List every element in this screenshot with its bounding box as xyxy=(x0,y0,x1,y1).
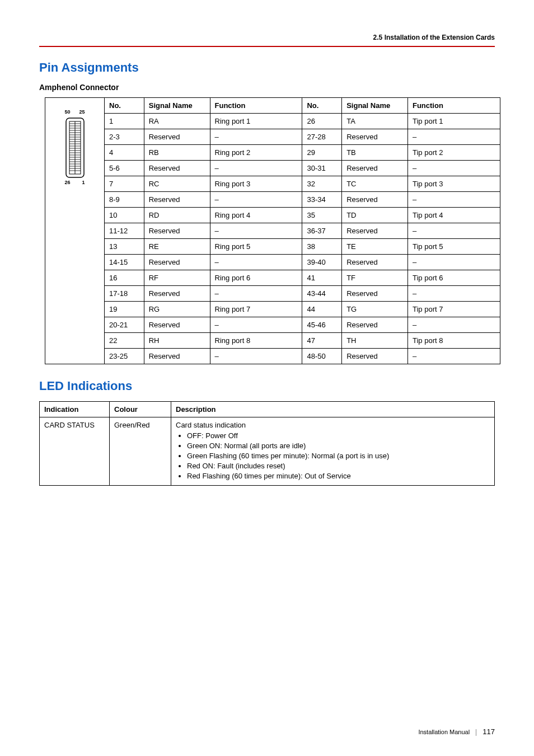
table-row: 23-25Reserved–48-50Reserved– xyxy=(45,349,500,364)
led-desc-intro: Card status indication xyxy=(176,421,246,429)
pin-header-no-1: No. xyxy=(105,98,144,114)
connector-label-bottom-right: 1 xyxy=(82,180,85,185)
list-item: Red Flashing (60 times per minute): Out … xyxy=(187,472,490,480)
footer-label: Installation Manual xyxy=(418,729,470,735)
led-indications-table: Indication Colour Description CARD STATU… xyxy=(39,401,495,486)
table-row: CARD STATUS Green/Red Card status indica… xyxy=(40,417,495,486)
table-row: 22RHRing port 847THTip port 8 xyxy=(45,333,500,349)
table-row: 2-3Reserved–27-28Reserved– xyxy=(45,129,500,145)
table-row: 14-15Reserved–39-40Reserved– xyxy=(45,255,500,270)
page-footer: Installation Manual 117 xyxy=(418,727,495,736)
connector-label-bottom-left: 26 xyxy=(65,180,71,185)
connector-label-top-right: 25 xyxy=(79,109,85,115)
led-colour-value: Green/Red xyxy=(110,417,171,486)
pin-header-no-2: No. xyxy=(302,98,342,114)
table-row: 13RERing port 538TETip port 5 xyxy=(45,239,500,255)
footer-page-number: 117 xyxy=(483,727,495,736)
table-row: 20-21Reserved–45-46Reserved– xyxy=(45,317,500,333)
amphenol-connector-icon xyxy=(65,117,85,179)
led-description-cell: Card status indication OFF: Power Off Gr… xyxy=(171,417,495,486)
table-row: 7RCRing port 332TCTip port 3 xyxy=(45,176,500,192)
footer-separator xyxy=(476,729,476,736)
header-rule xyxy=(39,46,495,47)
led-header-indication: Indication xyxy=(40,402,110,417)
list-item: Green Flashing (60 times per minute): No… xyxy=(187,452,490,460)
pin-header-signal-2: Signal Name xyxy=(342,98,408,114)
pin-header-signal-1: Signal Name xyxy=(144,98,210,114)
list-item: OFF: Power Off xyxy=(187,431,490,440)
pin-assignments-table: 50 25 xyxy=(45,97,500,364)
table-row: 19RGRing port 744TGTip port 7 xyxy=(45,302,500,317)
table-row: 16RFRing port 641TFTip port 6 xyxy=(45,270,500,286)
list-item: Red ON: Fault (includes reset) xyxy=(187,462,490,470)
table-row: 10RDRing port 435TDTip port 4 xyxy=(45,208,500,223)
table-row: 5-6Reserved–30-31Reserved– xyxy=(45,161,500,176)
connector-diagram-cell: 50 25 xyxy=(45,98,105,364)
pin-header-function-1: Function xyxy=(210,98,302,114)
list-item: Green ON: Normal (all ports are idle) xyxy=(187,442,490,450)
table-row: 4RBRing port 229TBTip port 2 xyxy=(45,145,500,161)
led-indication-value: CARD STATUS xyxy=(40,417,110,486)
connector-label-top-left: 50 xyxy=(65,109,71,115)
pin-assignments-title: Pin Assignments xyxy=(39,60,495,75)
led-header-colour: Colour xyxy=(110,402,171,417)
table-row: 11-12Reserved–36-37Reserved– xyxy=(45,223,500,239)
table-row: 1RARing port 126TATip port 1 xyxy=(45,114,500,129)
table-row: 8-9Reserved–33-34Reserved– xyxy=(45,192,500,208)
led-header-description: Description xyxy=(171,402,495,417)
amphenol-subhead: Amphenol Connector xyxy=(39,83,495,92)
table-row: 17-18Reserved–43-44Reserved– xyxy=(45,286,500,302)
section-header: 2.5 Installation of the Extension Cards xyxy=(39,34,495,41)
led-indications-title: LED Indications xyxy=(39,379,495,393)
pin-header-function-2: Function xyxy=(407,98,500,114)
